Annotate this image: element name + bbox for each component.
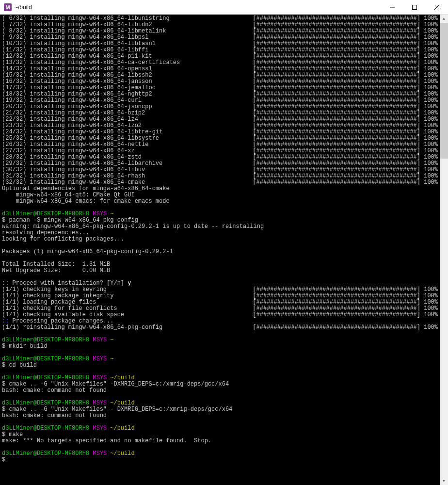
scroll-down-arrow-icon[interactable]: ▼ bbox=[440, 477, 448, 485]
scroll-up-arrow-icon[interactable]: ▲ bbox=[440, 15, 448, 23]
terminal-line: Net Upgrade Size: 0.00 MiB bbox=[2, 268, 438, 274]
terminal-line: mingw-w64-x86_64-emacs: for cmake emacs … bbox=[2, 198, 438, 205]
terminal-line: bash: cmake: command not found bbox=[2, 413, 438, 419]
close-button[interactable] bbox=[426, 0, 448, 14]
window-controls bbox=[381, 0, 448, 14]
terminal-line: d3LLMiner@DESKTOP-MF8ORH8 MSYS ~ bbox=[2, 337, 438, 343]
terminal-output[interactable]: ( 6/32) installing mingw-w64-x86_64-libu… bbox=[0, 15, 440, 485]
terminal-line: make: *** No targets specified and no ma… bbox=[2, 438, 438, 444]
minimize-button[interactable] bbox=[381, 0, 403, 14]
client-area: ( 6/32) installing mingw-w64-x86_64-libu… bbox=[0, 15, 448, 485]
terminal-line: looking for conflicting packages... bbox=[2, 236, 438, 242]
terminal-line: (1/1) reinstalling mingw-w64-x86_64-pkg-… bbox=[2, 324, 438, 331]
terminal-line: d3LLMiner@DESKTOP-MF8ORH8 MSYS ~/build bbox=[2, 425, 438, 432]
vertical-scrollbar[interactable]: ▲ ▼ bbox=[440, 15, 448, 485]
terminal-line: $ cd build bbox=[2, 362, 438, 369]
scrollbar-thumb[interactable] bbox=[440, 23, 448, 159]
terminal-line: d3LLMiner@DESKTOP-MF8ORH8 MSYS ~ bbox=[2, 356, 438, 362]
terminal-line: $ bbox=[2, 457, 438, 463]
window-titlebar: M ~/build bbox=[0, 0, 448, 15]
terminal-line: Packages (1) mingw-w64-x86_64-pkg-config… bbox=[2, 249, 438, 255]
app-icon: M bbox=[4, 3, 12, 11]
terminal-line: d3LLMiner@DESKTOP-MF8ORH8 MSYS ~/build bbox=[2, 451, 438, 457]
terminal-line: bash: cmake: command not found bbox=[2, 388, 438, 394]
maximize-button[interactable] bbox=[403, 0, 426, 14]
svg-rect-0 bbox=[413, 5, 417, 9]
terminal-line: $ mkdir build bbox=[2, 343, 438, 350]
window-title: ~/build bbox=[15, 4, 381, 11]
